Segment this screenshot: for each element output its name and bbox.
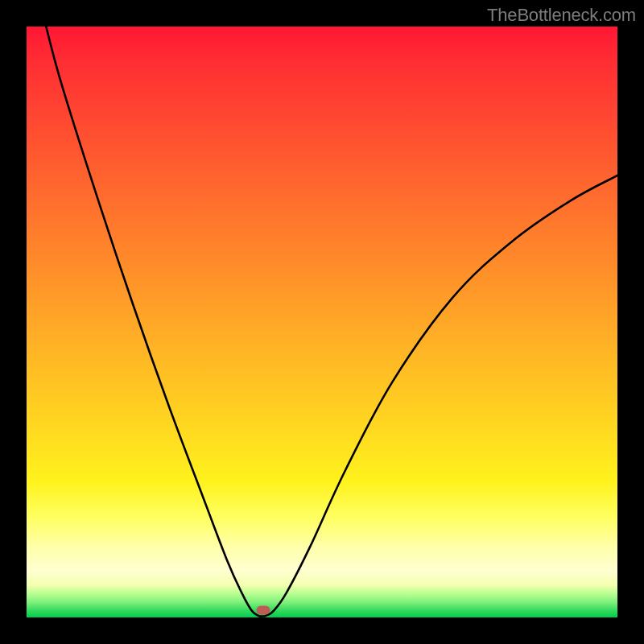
plot-area: [27, 27, 617, 617]
gradient-background: [27, 27, 617, 617]
optimum-marker: [257, 606, 270, 615]
watermark-text: TheBottleneck.com: [487, 5, 636, 26]
chart-frame: TheBottleneck.com: [0, 0, 644, 644]
